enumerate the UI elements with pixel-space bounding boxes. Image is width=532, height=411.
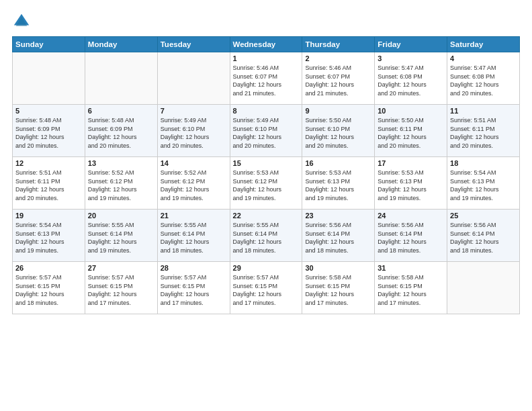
day-info: Sunrise: 5:50 AM Sunset: 6:11 PM Dayligh… <box>378 116 444 150</box>
calendar-cell: 29Sunrise: 5:57 AM Sunset: 6:15 PM Dayli… <box>230 262 302 314</box>
day-number: 1 <box>233 54 300 62</box>
calendar-cell: 30Sunrise: 5:58 AM Sunset: 6:15 PM Dayli… <box>302 262 375 314</box>
day-number: 5 <box>15 107 82 115</box>
day-info: Sunrise: 5:56 AM Sunset: 6:14 PM Dayligh… <box>305 221 371 255</box>
week-row-2: 5Sunrise: 5:48 AM Sunset: 6:09 PM Daylig… <box>13 105 520 157</box>
calendar-cell: 1Sunrise: 5:46 AM Sunset: 6:07 PM Daylig… <box>230 52 302 105</box>
calendar-cell <box>85 52 157 105</box>
day-number: 13 <box>88 159 154 167</box>
logo <box>12 12 34 31</box>
day-number: 24 <box>378 212 444 220</box>
day-info: Sunrise: 5:48 AM Sunset: 6:09 PM Dayligh… <box>15 116 82 150</box>
day-info: Sunrise: 5:57 AM Sunset: 6:15 PM Dayligh… <box>233 273 300 307</box>
calendar-cell: 25Sunrise: 5:56 AM Sunset: 6:14 PM Dayli… <box>447 210 520 262</box>
week-row-1: 1Sunrise: 5:46 AM Sunset: 6:07 PM Daylig… <box>13 52 520 105</box>
calendar-cell: 12Sunrise: 5:51 AM Sunset: 6:11 PM Dayli… <box>13 157 85 210</box>
calendar-cell: 24Sunrise: 5:56 AM Sunset: 6:14 PM Dayli… <box>375 210 447 262</box>
day-info: Sunrise: 5:52 AM Sunset: 6:12 PM Dayligh… <box>88 169 154 202</box>
day-number: 23 <box>305 212 371 220</box>
calendar-cell: 20Sunrise: 5:55 AM Sunset: 6:14 PM Dayli… <box>85 210 157 262</box>
day-number: 17 <box>378 159 444 167</box>
weekday-header-row: SundayMondayTuesdayWednesdayThursdayFrid… <box>13 37 520 52</box>
day-number: 26 <box>15 264 82 272</box>
day-number: 8 <box>233 107 300 115</box>
calendar-cell <box>447 262 520 314</box>
header <box>12 12 520 31</box>
day-number: 9 <box>305 107 371 115</box>
day-number: 7 <box>161 107 227 115</box>
day-info: Sunrise: 5:57 AM Sunset: 6:15 PM Dayligh… <box>88 273 154 307</box>
calendar-cell: 15Sunrise: 5:53 AM Sunset: 6:12 PM Dayli… <box>230 157 302 210</box>
day-number: 22 <box>233 212 300 220</box>
day-number: 6 <box>88 107 154 115</box>
day-info: Sunrise: 5:55 AM Sunset: 6:14 PM Dayligh… <box>88 221 154 255</box>
day-info: Sunrise: 5:56 AM Sunset: 6:14 PM Dayligh… <box>450 221 517 255</box>
day-info: Sunrise: 5:53 AM Sunset: 6:13 PM Dayligh… <box>378 169 444 202</box>
day-info: Sunrise: 5:48 AM Sunset: 6:09 PM Dayligh… <box>88 116 154 150</box>
day-number: 3 <box>378 54 444 62</box>
day-info: Sunrise: 5:49 AM Sunset: 6:10 PM Dayligh… <box>233 116 300 150</box>
day-number: 25 <box>450 212 517 220</box>
day-info: Sunrise: 5:49 AM Sunset: 6:10 PM Dayligh… <box>161 116 227 150</box>
calendar-cell: 26Sunrise: 5:57 AM Sunset: 6:15 PM Dayli… <box>13 262 85 314</box>
day-info: Sunrise: 5:51 AM Sunset: 6:11 PM Dayligh… <box>15 169 82 202</box>
day-info: Sunrise: 5:51 AM Sunset: 6:11 PM Dayligh… <box>450 116 517 150</box>
calendar-cell: 27Sunrise: 5:57 AM Sunset: 6:15 PM Dayli… <box>85 262 157 314</box>
day-number: 20 <box>88 212 154 220</box>
day-info: Sunrise: 5:57 AM Sunset: 6:15 PM Dayligh… <box>15 273 82 307</box>
calendar-cell: 8Sunrise: 5:49 AM Sunset: 6:10 PM Daylig… <box>230 105 302 157</box>
day-info: Sunrise: 5:46 AM Sunset: 6:07 PM Dayligh… <box>305 64 371 97</box>
calendar-cell: 10Sunrise: 5:50 AM Sunset: 6:11 PM Dayli… <box>375 105 447 157</box>
calendar-cell: 5Sunrise: 5:48 AM Sunset: 6:09 PM Daylig… <box>13 105 85 157</box>
calendar-cell: 14Sunrise: 5:52 AM Sunset: 6:12 PM Dayli… <box>157 157 230 210</box>
calendar-cell: 18Sunrise: 5:54 AM Sunset: 6:13 PM Dayli… <box>447 157 520 210</box>
calendar-cell: 11Sunrise: 5:51 AM Sunset: 6:11 PM Dayli… <box>447 105 520 157</box>
day-info: Sunrise: 5:52 AM Sunset: 6:12 PM Dayligh… <box>161 169 227 202</box>
calendar-cell <box>157 52 230 105</box>
day-number: 2 <box>305 54 371 62</box>
day-number: 29 <box>233 264 300 272</box>
day-number: 12 <box>15 159 82 167</box>
day-info: Sunrise: 5:55 AM Sunset: 6:14 PM Dayligh… <box>161 221 227 255</box>
weekday-header-sunday: Sunday <box>13 37 85 52</box>
calendar-cell: 22Sunrise: 5:55 AM Sunset: 6:14 PM Dayli… <box>230 210 302 262</box>
calendar-cell: 21Sunrise: 5:55 AM Sunset: 6:14 PM Dayli… <box>157 210 230 262</box>
day-number: 30 <box>305 264 371 272</box>
weekday-header-thursday: Thursday <box>302 37 375 52</box>
weekday-header-saturday: Saturday <box>447 37 520 52</box>
day-number: 11 <box>450 107 517 115</box>
day-number: 18 <box>450 159 517 167</box>
day-info: Sunrise: 5:55 AM Sunset: 6:14 PM Dayligh… <box>233 221 300 255</box>
calendar-cell: 7Sunrise: 5:49 AM Sunset: 6:10 PM Daylig… <box>157 105 230 157</box>
day-info: Sunrise: 5:50 AM Sunset: 6:10 PM Dayligh… <box>305 116 371 150</box>
weekday-header-tuesday: Tuesday <box>157 37 230 52</box>
day-info: Sunrise: 5:53 AM Sunset: 6:12 PM Dayligh… <box>233 169 300 202</box>
calendar-cell: 2Sunrise: 5:46 AM Sunset: 6:07 PM Daylig… <box>302 52 375 105</box>
day-number: 16 <box>305 159 371 167</box>
day-number: 14 <box>161 159 227 167</box>
calendar-cell: 6Sunrise: 5:48 AM Sunset: 6:09 PM Daylig… <box>85 105 157 157</box>
week-row-5: 26Sunrise: 5:57 AM Sunset: 6:15 PM Dayli… <box>13 262 520 314</box>
calendar-cell: 3Sunrise: 5:47 AM Sunset: 6:08 PM Daylig… <box>375 52 447 105</box>
day-number: 15 <box>233 159 300 167</box>
calendar-cell: 9Sunrise: 5:50 AM Sunset: 6:10 PM Daylig… <box>302 105 375 157</box>
day-number: 31 <box>378 264 444 272</box>
calendar-cell: 13Sunrise: 5:52 AM Sunset: 6:12 PM Dayli… <box>85 157 157 210</box>
day-info: Sunrise: 5:56 AM Sunset: 6:14 PM Dayligh… <box>378 221 444 255</box>
calendar-cell: 4Sunrise: 5:47 AM Sunset: 6:08 PM Daylig… <box>447 52 520 105</box>
calendar-cell: 16Sunrise: 5:53 AM Sunset: 6:13 PM Dayli… <box>302 157 375 210</box>
day-info: Sunrise: 5:58 AM Sunset: 6:15 PM Dayligh… <box>378 273 444 307</box>
day-info: Sunrise: 5:47 AM Sunset: 6:08 PM Dayligh… <box>378 64 444 97</box>
day-number: 27 <box>88 264 154 272</box>
day-info: Sunrise: 5:58 AM Sunset: 6:15 PM Dayligh… <box>305 273 371 307</box>
page: SundayMondayTuesdayWednesdayThursdayFrid… <box>0 0 532 411</box>
weekday-header-wednesday: Wednesday <box>230 37 302 52</box>
calendar: SundayMondayTuesdayWednesdayThursdayFrid… <box>12 36 520 314</box>
day-info: Sunrise: 5:46 AM Sunset: 6:07 PM Dayligh… <box>233 64 300 97</box>
day-info: Sunrise: 5:53 AM Sunset: 6:13 PM Dayligh… <box>305 169 371 202</box>
weekday-header-friday: Friday <box>375 37 447 52</box>
day-info: Sunrise: 5:47 AM Sunset: 6:08 PM Dayligh… <box>450 64 517 97</box>
weekday-header-monday: Monday <box>85 37 157 52</box>
day-number: 10 <box>378 107 444 115</box>
week-row-3: 12Sunrise: 5:51 AM Sunset: 6:11 PM Dayli… <box>13 157 520 210</box>
